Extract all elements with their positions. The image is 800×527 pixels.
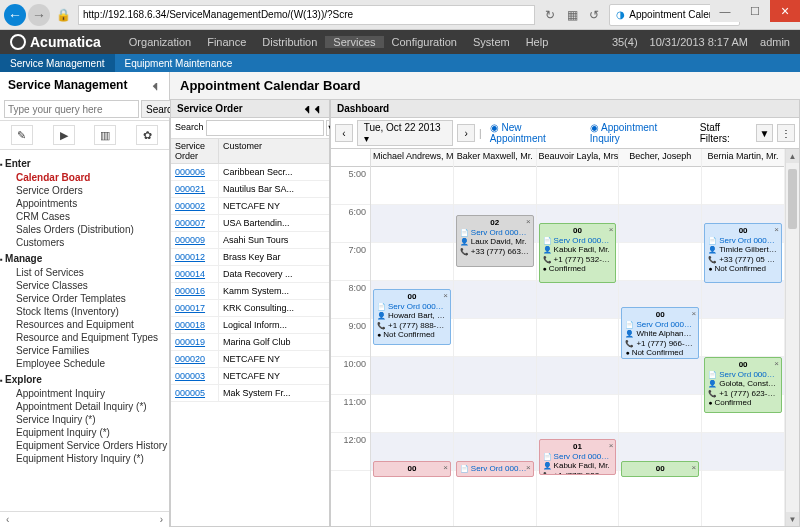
appointment-card[interactable]: ×00Serv Ord 000002Timide Gilbert, Mr.+33… [704, 223, 782, 283]
service-search-input[interactable] [206, 120, 324, 136]
appointment-card[interactable]: ×Serv Ord 000018 [456, 461, 534, 477]
staff-header[interactable]: Becher, Joseph [619, 149, 701, 167]
service-order-link[interactable]: 000019 [171, 334, 219, 350]
staff-filter-button[interactable]: ▼ [756, 124, 774, 142]
tree-item[interactable]: Resource and Equipment Types [6, 331, 163, 344]
close-icon[interactable]: × [526, 463, 531, 473]
vertical-scrollbar[interactable]: ▲ ▼ [785, 149, 799, 526]
service-row[interactable]: 000006Caribbean Secr... [171, 164, 329, 181]
service-order-link[interactable]: 000006 [171, 164, 219, 180]
tree-item[interactable]: Equipment Inquiry (*) [6, 426, 163, 439]
play-icon[interactable]: ▶ [53, 125, 75, 145]
forward-button[interactable]: → [28, 4, 50, 26]
tree-item[interactable]: Equipment Service Orders History [6, 439, 163, 452]
tree-item[interactable]: Equipment History Inquiry (*) [6, 452, 163, 465]
new-appointment-link[interactable]: ◉ New Appointment [486, 122, 582, 144]
menu-organization[interactable]: Organization [121, 36, 199, 48]
service-order-link[interactable]: 000016 [171, 283, 219, 299]
service-row[interactable]: 000009Asahi Sun Tours [171, 232, 329, 249]
edit-icon[interactable]: ✎ [11, 125, 33, 145]
service-order-link[interactable]: 000014 [171, 266, 219, 282]
appointment-card[interactable]: ×00 [373, 461, 451, 477]
menu-configuration[interactable]: Configuration [384, 36, 465, 48]
address-bar[interactable] [78, 5, 535, 25]
close-icon[interactable]: × [774, 359, 779, 369]
appointment-card[interactable]: ×00Serv Ord 000008Golota, Constantine+1 … [704, 357, 782, 413]
chart-icon[interactable]: ▥ [94, 125, 116, 145]
reader-icon[interactable]: ↺ [585, 6, 603, 24]
tree-item[interactable]: Customers [6, 236, 163, 249]
service-row[interactable]: 000007USA Bartendin... [171, 215, 329, 232]
staff-header[interactable]: Michael Andrews, Mr. [371, 149, 453, 167]
service-row[interactable]: 000018Logical Inform... [171, 317, 329, 334]
service-row[interactable]: 000002NETCAFE NY [171, 198, 329, 215]
menu-help[interactable]: Help [518, 36, 557, 48]
service-row[interactable]: 000016Kamm System... [171, 283, 329, 300]
service-row[interactable]: 000003NETCAFE NY [171, 368, 329, 385]
close-icon[interactable]: × [692, 309, 697, 319]
prev-page-icon[interactable]: ‹ [6, 514, 9, 525]
next-page-icon[interactable]: › [160, 514, 163, 525]
tree-item[interactable]: Appointment Detail Inquiry (*) [6, 400, 163, 413]
close-icon[interactable]: × [609, 225, 614, 235]
close-window-button[interactable]: × [770, 0, 800, 22]
tree-item[interactable]: Service Classes [6, 279, 163, 292]
staff-settings-button[interactable]: ⋮ [777, 124, 795, 142]
tree-item[interactable]: Sales Orders (Distribution) [6, 223, 163, 236]
service-order-link[interactable]: 000002 [171, 198, 219, 214]
collapse-icon[interactable]: ⏴ [151, 80, 161, 91]
close-icon[interactable]: × [692, 463, 697, 473]
tree-item[interactable]: Appointments [6, 197, 163, 210]
service-row[interactable]: 000019Marina Golf Club [171, 334, 329, 351]
refresh-icon[interactable]: ↻ [541, 6, 559, 24]
service-order-link[interactable]: 000021 [171, 181, 219, 197]
staff-header[interactable]: Beauvoir Layla, Mrs. [537, 149, 619, 167]
tree-group[interactable]: Enter [0, 158, 163, 169]
collapse-icon[interactable]: ⏴⏴ [303, 103, 323, 114]
menu-services[interactable]: Services [325, 36, 383, 48]
back-button[interactable]: ← [4, 4, 26, 26]
menu-finance[interactable]: Finance [199, 36, 254, 48]
tree-item[interactable]: Service Orders [6, 184, 163, 197]
service-row[interactable]: 000021Nautilus Bar SA... [171, 181, 329, 198]
service-order-link[interactable]: 000005 [171, 385, 219, 401]
service-order-link[interactable]: 000009 [171, 232, 219, 248]
date-picker[interactable]: Tue, Oct 22 2013 ▾ [357, 120, 454, 146]
tree-group[interactable]: Explore [0, 374, 163, 385]
prev-day-button[interactable]: ‹ [335, 124, 353, 142]
subtab-1[interactable]: Equipment Maintenance [115, 54, 243, 72]
service-row[interactable]: 000012Brass Key Bar [171, 249, 329, 266]
service-row[interactable]: 000017KRK Consulting... [171, 300, 329, 317]
subtab-0[interactable]: Service Management [0, 54, 115, 72]
appointment-card[interactable]: ×00Serv Ord 000011White Alphanso, Mr.+1 … [621, 307, 699, 359]
scroll-up-icon[interactable]: ▲ [786, 149, 799, 163]
tree-item[interactable]: Service Inquiry (*) [6, 413, 163, 426]
tree-item[interactable]: CRM Cases [6, 210, 163, 223]
service-row[interactable]: 000005Mak System Fr... [171, 385, 329, 402]
user-label[interactable]: admin [760, 36, 790, 48]
stop-icon[interactable]: ▦ [563, 6, 581, 24]
service-row[interactable]: 000014Data Recovery ... [171, 266, 329, 283]
service-order-link[interactable]: 000003 [171, 368, 219, 384]
sidebar-search-input[interactable] [4, 100, 139, 118]
close-icon[interactable]: × [526, 217, 531, 227]
col-service-order[interactable]: Service Order [171, 139, 219, 163]
next-day-button[interactable]: › [457, 124, 475, 142]
staff-header[interactable]: Baker Maxwell, Mr. [454, 149, 536, 167]
appointment-inquiry-link[interactable]: ◉ Appointment Inquiry [586, 122, 692, 144]
menu-system[interactable]: System [465, 36, 518, 48]
col-customer[interactable]: Customer [219, 139, 329, 163]
service-order-link[interactable]: 000020 [171, 351, 219, 367]
tree-item[interactable]: Appointment Inquiry [6, 387, 163, 400]
minimize-button[interactable]: — [710, 0, 740, 22]
notif-badge[interactable]: 35(4) [612, 36, 638, 48]
settings-icon[interactable]: ✿ [136, 125, 158, 145]
tree-item[interactable]: List of Services [6, 266, 163, 279]
service-order-link[interactable]: 000018 [171, 317, 219, 333]
service-order-link[interactable]: 000017 [171, 300, 219, 316]
tree-item[interactable]: Stock Items (Inventory) [6, 305, 163, 318]
close-icon[interactable]: × [443, 291, 448, 301]
scroll-thumb[interactable] [788, 169, 797, 229]
appointment-card[interactable]: ×01Serv Ord 000004Kabuk Fadi, Mr.+1 (777… [539, 439, 617, 475]
scroll-down-icon[interactable]: ▼ [786, 512, 799, 526]
